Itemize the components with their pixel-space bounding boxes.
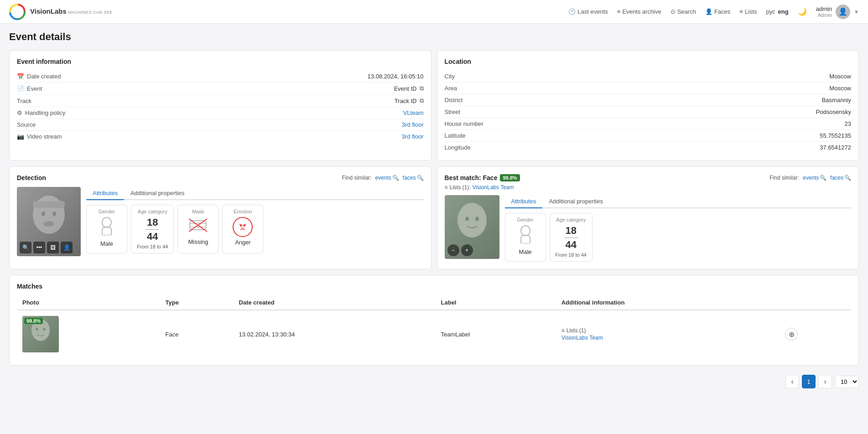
loc-lon: Longitude 37.6541272 — [445, 142, 852, 153]
logo[interactable]: VisionLabs MACHINES CAN SEE — [9, 4, 113, 20]
det-bm-row: Detection Find similar: events 🔍 faces 🔍 — [9, 166, 859, 269]
video-icon: 📷 — [17, 133, 24, 140]
mask-value: Missing — [183, 238, 213, 245]
bm-attr-cards-row: Gender Male Age category — [505, 213, 852, 262]
loc-district-label: District — [445, 97, 463, 103]
bm-expand-btn[interactable]: + — [461, 244, 473, 256]
bm-additional-tab[interactable]: Additional properties — [542, 195, 609, 208]
col-type: Type — [160, 295, 234, 310]
image-btn[interactable]: 🖼 — [47, 242, 59, 253]
detection-photo-wrap: 🔍 ••• 🖼 👤 — [17, 187, 81, 256]
matches-table: Photo Type Date created Label Additional… — [17, 295, 851, 358]
loc-area: Area Moscow — [445, 83, 852, 94]
nav-last-events[interactable]: 🕐 Last events — [568, 8, 608, 15]
find-faces-link[interactable]: faces 🔍 — [403, 175, 424, 181]
detection-title: Detection — [17, 174, 46, 181]
video-value[interactable]: 3rd floor — [402, 133, 424, 140]
match-lists-label: ≡ Lists (1) — [561, 327, 774, 334]
chevron-down-icon: ▼ — [854, 9, 859, 15]
loc-street-value: Podsosensky — [816, 108, 851, 115]
svg-rect-5 — [33, 201, 65, 208]
svg-point-3 — [52, 212, 56, 216]
bm-age-val1: 18 — [566, 225, 577, 236]
bm-find-events-link[interactable]: events 🔍 — [803, 175, 826, 181]
location-fields: City Moscow Area Moscow District Basmann… — [445, 71, 852, 153]
nav-faces[interactable]: 👤 Faces — [705, 8, 730, 15]
svg-point-4 — [43, 221, 54, 227]
match-lists-link[interactable]: VisionLabs Team — [561, 335, 774, 341]
loc-lat-label: Latitude — [445, 132, 466, 139]
col-additional: Additional information — [556, 295, 780, 310]
event-date-row: 📅 Date created 13.08.2024, 16:05:10 — [17, 71, 424, 83]
zoom-in-btn[interactable]: 🔍 — [20, 242, 31, 253]
date-value: 13.08.2024, 16:05:10 — [368, 73, 424, 80]
svg-point-19 — [465, 217, 469, 221]
nav-lists[interactable]: ≡ Lists — [739, 8, 757, 15]
page-1-btn[interactable]: 1 — [802, 375, 816, 388]
col-photo: Photo — [17, 295, 160, 310]
bm-find-faces-link[interactable]: faces 🔍 — [830, 175, 851, 181]
bm-gender-value: Male — [511, 248, 540, 255]
navbar-links: 🕐 Last events ≡ Events archive ⊙ Search … — [568, 5, 859, 19]
location-title: Location — [445, 58, 852, 65]
handling-value[interactable]: VLteam — [403, 109, 424, 116]
nav-lang: рус eng — [766, 8, 789, 15]
best-match-body: − + Attributes Additional properties Gen… — [445, 195, 852, 262]
find-similar-bm-label: Find similar: — [769, 175, 799, 181]
bm-zoom-btn[interactable]: − — [447, 244, 459, 256]
event-id-row: 📄 Event Event ID ⧉ — [17, 83, 424, 95]
match-type-cell: Face — [160, 310, 234, 358]
find-events-link[interactable]: events 🔍 — [375, 175, 399, 181]
svg-text:0: 0 — [242, 226, 244, 230]
lang-ru[interactable]: рус — [766, 8, 775, 15]
prev-page-btn[interactable]: ‹ — [785, 375, 799, 388]
best-match-title-row: Best match: Face 99.8% — [445, 174, 520, 181]
bm-age-val2: 44 — [566, 239, 577, 250]
sliders-icon: ⚙ — [17, 109, 22, 116]
match-date-cell: 13.02.2024, 13:30:34 — [234, 310, 436, 358]
loc-city-value: Moscow — [829, 73, 851, 80]
matches-card: Matches Photo Type Date created Label Ad… — [9, 275, 859, 366]
loc-house-label: House number — [445, 120, 483, 127]
bm-search-events-icon: 🔍 — [820, 175, 826, 181]
lang-en[interactable]: eng — [778, 8, 789, 15]
more-btn[interactable]: ••• — [33, 242, 45, 253]
source-value[interactable]: 3rd floor — [402, 121, 424, 128]
bm-gender-icon — [511, 225, 540, 247]
svg-point-2 — [42, 212, 45, 216]
additional-tab[interactable]: Additional properties — [124, 187, 191, 200]
track-row: Track Track ID ⧉ — [17, 95, 424, 107]
detection-attrs: Attributes Additional properties Gender — [86, 187, 424, 256]
per-page-select[interactable]: 10 25 50 — [835, 376, 859, 388]
copy-track-id-icon[interactable]: ⧉ — [420, 97, 424, 104]
best-match-card: Best match: Face 99.8% Find similar: eve… — [437, 166, 859, 269]
svg-point-24 — [43, 328, 46, 331]
pagination: ‹ 1 › 10 25 50 — [9, 371, 859, 392]
match-lists-info: ≡ Lists (1) VisionLabs Team — [561, 327, 774, 341]
bm-attributes-tab[interactable]: Attributes — [505, 195, 543, 208]
nav-search[interactable]: ⊙ Search — [670, 8, 696, 15]
svg-point-21 — [521, 226, 530, 236]
add-to-list-btn[interactable]: ⊕ — [785, 328, 798, 341]
source-label: Source — [17, 121, 76, 128]
bm-age-display: 18 44 — [556, 225, 587, 250]
date-label: 📅 Date created — [17, 73, 76, 80]
lists-link[interactable]: VisionLabs Team — [473, 184, 514, 191]
nav-user[interactable]: admin Admin 👤 ▼ — [816, 5, 859, 19]
nav-events-archive[interactable]: ≡ Events archive — [617, 8, 661, 15]
next-page-btn[interactable]: › — [818, 375, 832, 388]
page-title: Event details — [9, 31, 859, 43]
loc-city: City Moscow — [445, 71, 852, 83]
archive-icon: ≡ — [617, 8, 621, 15]
match-label-cell: TeamLabel — [436, 310, 556, 358]
loc-house-value: 23 — [845, 120, 851, 127]
lists-icon: ≡ — [739, 8, 743, 15]
age-val2: 44 — [147, 231, 158, 242]
nav-events-archive-label: Events archive — [622, 8, 661, 15]
svg-point-6 — [102, 217, 111, 227]
theme-toggle[interactable]: 🌙 — [798, 7, 807, 16]
match-photo-wrap: 99.8% — [22, 316, 59, 352]
person-btn[interactable]: 👤 — [61, 242, 73, 253]
copy-event-id-icon[interactable]: ⧉ — [420, 85, 424, 92]
attributes-tab[interactable]: Attributes — [86, 187, 124, 200]
